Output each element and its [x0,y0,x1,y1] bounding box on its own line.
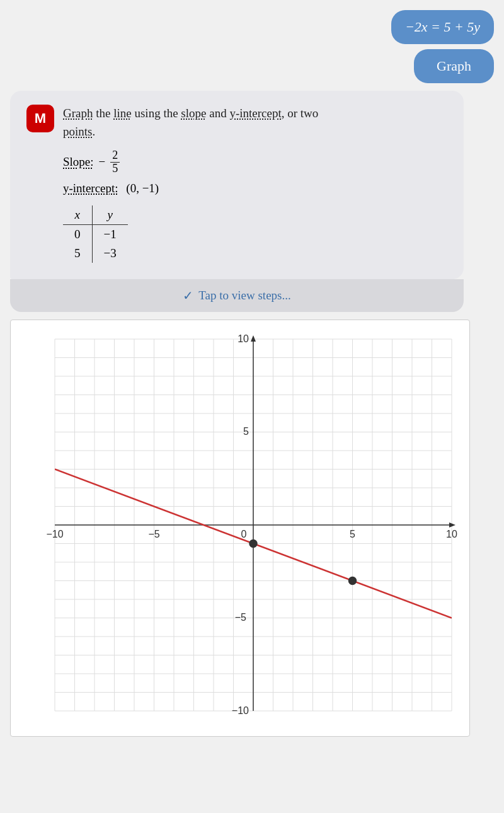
graph-button[interactable]: Graph [414,49,494,83]
table-row: 0 −1 [63,224,128,244]
slope-denominator: 5 [110,163,120,175]
slope-line: Slope: − 2 5 [63,149,447,175]
ylabel-neg5: −5 [235,612,246,623]
yintercept-word: y-intercept [229,107,281,120]
graph-word: Graph [63,107,93,120]
bot-message-area: M Graph the line using the slope and y-i… [10,91,494,737]
slope-fraction: 2 5 [110,149,120,175]
slope-minus: − [99,155,106,169]
avatar: M [26,105,54,132]
xy-table: x y 0 −1 5 −3 [63,205,128,263]
x-axis-arrow-right [449,522,455,528]
point-5-neg3 [349,577,357,584]
chat-container: −2x = 5 + 5y Graph M Graph the line usin… [0,0,504,747]
point-0-neg1 [249,539,257,547]
slope-label: Slope: [63,155,94,169]
table-area: x y 0 −1 5 −3 [63,205,447,263]
slope-numerator: 2 [110,149,120,163]
table-row: 5 −3 [63,244,128,263]
instruction-text: Graph the line using the slope and y-int… [63,105,447,141]
line-word: line [113,107,132,120]
ylabel-5: 5 [243,426,249,437]
col-y-header: y [92,205,128,225]
check-icon: ✓ [183,288,193,303]
graph-container[interactable]: −10 −5 0 5 10 10 5 −5 −10 [10,320,470,737]
avatar-label: M [35,110,46,127]
xlabel-10: 10 [446,529,457,539]
steps-label: Tap to view steps... [198,289,290,303]
equation-bubble: −2x = 5 + 5y [391,10,494,44]
yintercept-line: y-intercept: (0, −1) [63,182,447,195]
points-word: points [63,125,92,138]
xlabel-0: 0 [241,529,247,539]
slope-word: slope [181,107,206,120]
equation-text: −2x = 5 + 5y [405,19,480,35]
bot-bubble: M Graph the line using the slope and y-i… [10,91,464,279]
yintercept-label: y-intercept: [63,182,118,195]
xlabel-neg5: −5 [148,529,159,539]
ylabel-neg10: −10 [232,705,249,716]
xlabel-neg10: −10 [46,529,63,539]
xlabel-5: 5 [350,529,355,539]
graph-svg: −10 −5 0 5 10 10 5 −5 −10 [17,326,464,730]
x-axis-labels: −10 −5 0 5 10 [46,529,457,539]
graph-label: Graph [437,58,471,74]
ylabel-10: 10 [238,333,249,344]
col-x-header: x [63,205,92,225]
steps-text-container: ✓ Tap to view steps... [19,288,455,303]
row1-y: −1 [92,224,128,244]
row1-x: 0 [63,224,92,244]
user-message-area: −2x = 5 + 5y Graph [10,10,494,83]
row2-x: 5 [63,244,92,263]
bot-content: Graph the line using the slope and y-int… [63,105,447,265]
yintercept-value: (0, −1) [126,182,159,195]
y-axis-arrow-top [251,335,256,342]
row2-y: −3 [92,244,128,263]
steps-bar[interactable]: ✓ Tap to view steps... [10,279,464,312]
